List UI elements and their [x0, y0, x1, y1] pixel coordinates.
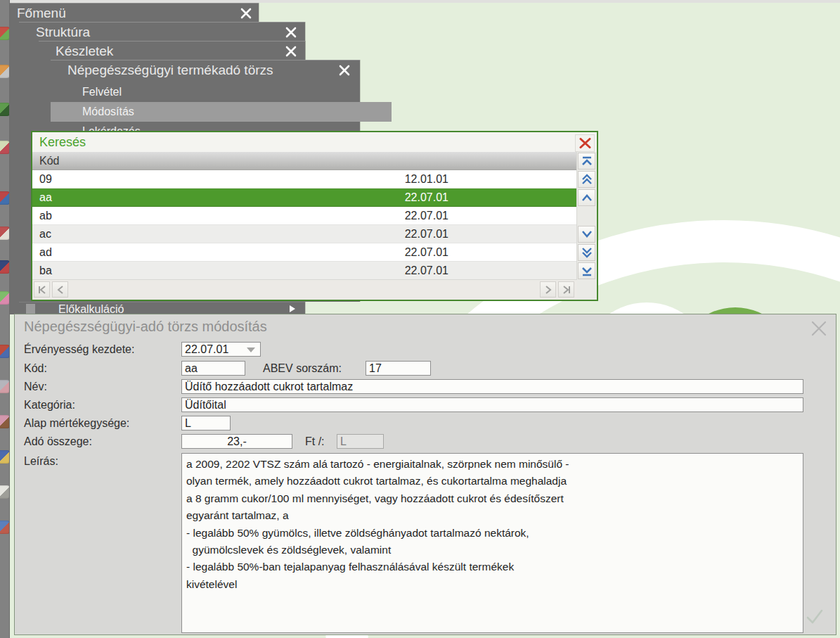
scroll-top-button[interactable] [578, 153, 595, 170]
abev-number-field[interactable] [366, 361, 431, 376]
category-label: Kategória: [24, 397, 75, 412]
table-row[interactable]: 12.01.0109 [32, 170, 577, 189]
description-line: kivételével [186, 576, 799, 593]
description-line: a 8 gramm cukor/100 ml mennyiséget, vagy… [186, 490, 799, 507]
row-date: 22.07.01 [32, 243, 448, 262]
row-code: ab [39, 207, 52, 225]
window-title-fomenu: Főmenü [7, 4, 259, 23]
row-code: ba [39, 262, 52, 280]
vertical-scrollbar [576, 152, 597, 300]
basket-docs-icon[interactable] [0, 227, 10, 240]
scroll-first-button[interactable] [34, 281, 50, 298]
validity-start-dropdown[interactable]: 22.07.01 [181, 342, 261, 357]
scroll-down-icon [581, 230, 593, 238]
table-row[interactable]: 22.07.01aa [32, 189, 577, 207]
scroll-bottom-button[interactable] [578, 262, 595, 279]
scroll-prev-icon [56, 285, 65, 295]
description-line: - legalább 50%-ban tejalapanyag felhaszn… [186, 559, 799, 575]
row-date: 22.07.01 [32, 189, 448, 207]
code-field[interactable] [181, 361, 245, 376]
menu-item-modositas[interactable]: Módosítás [51, 102, 392, 122]
row-date: 22.07.01 [32, 207, 448, 225]
money-icon[interactable] [0, 380, 10, 393]
close-icon[interactable] [285, 46, 297, 57]
table-row[interactable]: 22.07.01ab [32, 207, 577, 225]
row-date: 12.01.01 [32, 170, 448, 189]
form-title: Népegészségügyi-adó törzs módosítás [24, 319, 267, 335]
menu-item-label: Felvétel [82, 86, 122, 98]
code-label: Kód: [24, 361, 47, 376]
tools-icon[interactable] [0, 521, 10, 534]
scroll-last-icon [562, 285, 571, 295]
description-line: a 2009, 2202 VTSZ szám alá tartozó - ene… [186, 456, 799, 473]
close-icon [579, 138, 591, 148]
menu-item-felvetel[interactable]: Felvétel [51, 82, 392, 102]
left-icon-toolbar [0, 0, 10, 638]
form-window-nepegeszsegugyi-ado-modositas: Népegészségügyi-adó törzs módosítás Érvé… [14, 314, 836, 635]
vegetables-icon[interactable] [0, 103, 10, 116]
scroll-up-button[interactable] [578, 189, 595, 206]
name-field[interactable] [181, 379, 803, 394]
fruit-basket-icon[interactable] [0, 27, 10, 40]
scroll-page-down-icon [581, 247, 593, 258]
colored-boxes-icon[interactable] [0, 191, 10, 205]
horizontal-scrollbar [32, 279, 577, 300]
bar-chart-icon[interactable] [0, 291, 10, 305]
scroll-top-icon [581, 156, 593, 167]
scroll-down-button[interactable] [578, 226, 595, 243]
tax-amount-field[interactable] [181, 434, 292, 449]
submenu-arrow-icon [290, 305, 295, 312]
scroll-page-down-button[interactable] [578, 244, 595, 261]
abev-label: ABEV sorszám: [263, 361, 342, 376]
base-unit-label: Alap mértékegysége: [24, 416, 129, 430]
description-line: gyümölcslevek és zöldséglevek, valamint [186, 542, 799, 559]
flag-icon[interactable] [0, 485, 10, 499]
row-code: 09 [39, 170, 52, 189]
scroll-page-up-icon [581, 174, 593, 185]
food-plate-icon[interactable] [0, 141, 10, 154]
window-title-keszletek: Készletek [39, 42, 305, 60]
scroll-page-up-button[interactable] [578, 171, 595, 188]
row-date: 22.07.01 [32, 225, 448, 243]
validity-label: Érvényesség kezdete: [24, 342, 134, 357]
home-icon[interactable] [0, 345, 10, 358]
per-unit-label: Ft /: [305, 434, 325, 449]
row-date: 22.07.01 [32, 262, 448, 280]
scroll-next-icon [543, 285, 553, 295]
close-icon[interactable] [240, 8, 252, 19]
confirm-check-icon[interactable] [805, 606, 825, 626]
shopping-cart-icon[interactable] [0, 65, 10, 78]
validity-value: 22.07.01 [185, 343, 228, 355]
row-code: ad [39, 243, 52, 262]
truck-icon[interactable] [0, 450, 10, 464]
scroll-last-button[interactable] [558, 281, 574, 298]
scroll-prev-button[interactable] [52, 281, 68, 298]
description-line: egyaránt tartalmaz, a [186, 507, 799, 524]
menu-item-icon [26, 304, 35, 314]
scroll-first-icon [37, 285, 47, 295]
close-icon[interactable] [810, 320, 827, 337]
table-row[interactable]: 22.07.01ad [32, 243, 577, 262]
scroll-up-icon [581, 193, 593, 202]
tax-amount-label: Adó összege: [24, 434, 92, 449]
close-icon[interactable] [339, 65, 350, 76]
close-icon[interactable] [285, 27, 297, 38]
menu-item-label: Módosítás [82, 106, 134, 117]
category-field[interactable] [181, 397, 803, 412]
search-window-title: Keresés [32, 132, 597, 152]
description-textarea[interactable]: a 2009, 2202 VTSZ szám alá tartozó - ene… [181, 453, 803, 633]
per-unit-field [337, 434, 384, 449]
table-row[interactable]: 22.07.01ba [32, 262, 577, 280]
chevron-down-icon [247, 347, 255, 352]
search-window: Keresés Kód 12.01.0109 22.07.01aa 22.07.… [31, 131, 598, 301]
close-button[interactable] [575, 134, 595, 152]
search-results-table: 12.01.0109 22.07.01aa 22.07.01ab 22.07.0… [32, 170, 577, 280]
table-row[interactable]: 22.07.01ac [32, 225, 577, 243]
user-folder-icon[interactable] [0, 415, 10, 428]
scroll-next-button[interactable] [540, 281, 556, 298]
row-code: aa [39, 189, 52, 207]
books-icon[interactable] [0, 260, 10, 274]
column-header-kod[interactable]: Kód [32, 152, 577, 170]
window-title-nepegeszsegugyi: Népegészségügyi termékadó törzs [51, 60, 360, 79]
base-unit-field[interactable] [181, 416, 231, 430]
